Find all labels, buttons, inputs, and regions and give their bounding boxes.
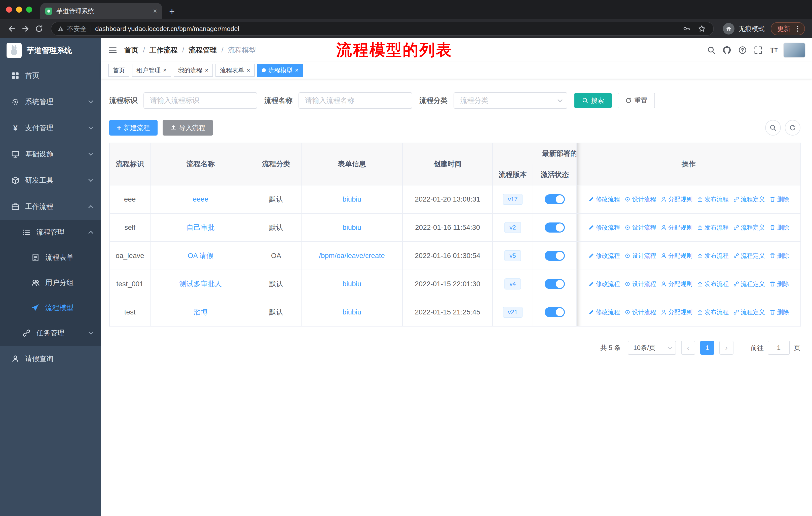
form-info-link[interactable]: biubiu bbox=[343, 308, 361, 316]
delete-link[interactable]: 删除 bbox=[770, 195, 789, 203]
form-info-link[interactable]: biubiu bbox=[343, 223, 361, 231]
category-select[interactable]: 流程分类 bbox=[454, 92, 567, 109]
page-size-select[interactable]: 10条/页 bbox=[628, 341, 676, 355]
maximize-window-button[interactable] bbox=[26, 6, 32, 12]
sidebar-item-user-group[interactable]: 用户分组 bbox=[0, 270, 101, 295]
sidebar-item-devtools[interactable]: 研发工具 bbox=[0, 167, 101, 193]
design-process-link[interactable]: 设计流程 bbox=[625, 195, 656, 203]
address-bar[interactable]: 不安全 dashboard.yudao.iocoder.cn/bpm/manag… bbox=[51, 22, 714, 36]
delete-link[interactable]: 删除 bbox=[770, 308, 789, 316]
prev-page-button[interactable]: ‹ bbox=[681, 341, 695, 355]
goto-page-input[interactable] bbox=[768, 341, 790, 355]
breadcrumb-item[interactable]: 首页 bbox=[124, 45, 139, 55]
assign-rule-link[interactable]: 分配规则 bbox=[661, 195, 692, 203]
toggle-search-button[interactable] bbox=[765, 120, 781, 136]
github-button[interactable] bbox=[721, 44, 733, 56]
font-size-button[interactable]: TT bbox=[768, 44, 780, 56]
browser-update-button[interactable]: 更新 bbox=[771, 22, 805, 35]
active-toggle[interactable] bbox=[545, 222, 565, 233]
process-definition-link[interactable]: 流程定义 bbox=[733, 223, 765, 232]
tag-process-form[interactable]: 流程表单× bbox=[215, 64, 255, 77]
search-button[interactable]: 搜索 bbox=[574, 93, 612, 108]
modify-process-link[interactable]: 修改流程 bbox=[588, 252, 620, 260]
create-process-button[interactable]: +新建流程 bbox=[109, 120, 157, 136]
security-indicator[interactable]: 不安全 bbox=[57, 24, 87, 33]
design-process-link[interactable]: 设计流程 bbox=[625, 223, 656, 232]
modify-process-link[interactable]: 修改流程 bbox=[588, 280, 620, 288]
active-toggle[interactable] bbox=[545, 279, 565, 289]
tab-close-icon[interactable]: × bbox=[153, 7, 157, 15]
sidebar-item-payment[interactable]: ¥支付管理 bbox=[0, 115, 101, 141]
modify-process-link[interactable]: 修改流程 bbox=[588, 223, 620, 232]
active-toggle[interactable] bbox=[545, 251, 565, 261]
sidebar-item-infrastructure[interactable]: 基础设施 bbox=[0, 141, 101, 167]
process-name-link[interactable]: OA 请假 bbox=[188, 252, 214, 260]
fullscreen-button[interactable] bbox=[752, 44, 764, 56]
tag-my-process[interactable]: 我的流程× bbox=[174, 64, 213, 77]
publish-process-link[interactable]: 发布流程 bbox=[697, 223, 729, 232]
import-process-button[interactable]: 导入流程 bbox=[163, 120, 213, 136]
page-number-button[interactable]: 1 bbox=[700, 341, 714, 355]
delete-link[interactable]: 删除 bbox=[770, 223, 789, 232]
delete-link[interactable]: 删除 bbox=[770, 280, 789, 288]
process-id-input[interactable] bbox=[143, 92, 257, 109]
forward-button[interactable] bbox=[19, 22, 32, 35]
sidebar-item-process-form[interactable]: 流程表单 bbox=[0, 245, 101, 270]
assign-rule-link[interactable]: 分配规则 bbox=[661, 223, 692, 232]
refresh-table-button[interactable] bbox=[785, 120, 801, 136]
next-page-button[interactable]: › bbox=[719, 341, 733, 355]
publish-process-link[interactable]: 发布流程 bbox=[697, 195, 729, 203]
active-toggle[interactable] bbox=[545, 307, 565, 317]
reset-button[interactable]: 重置 bbox=[618, 93, 655, 108]
tag-close-icon[interactable]: × bbox=[247, 67, 250, 73]
process-name-input[interactable] bbox=[298, 92, 412, 109]
sidebar-item-task-management[interactable]: 任务管理 bbox=[0, 321, 101, 346]
sidebar-item-system[interactable]: 系统管理 bbox=[0, 89, 101, 115]
sidebar-item-process-management[interactable]: 流程管理 bbox=[0, 220, 101, 245]
publish-process-link[interactable]: 发布流程 bbox=[697, 252, 729, 260]
assign-rule-link[interactable]: 分配规则 bbox=[661, 308, 692, 316]
breadcrumb-item[interactable]: 工作流程 bbox=[149, 45, 178, 55]
tag-tenant[interactable]: 租户管理× bbox=[132, 64, 171, 77]
publish-process-link[interactable]: 发布流程 bbox=[697, 308, 729, 316]
browser-menu-button[interactable] bbox=[794, 25, 802, 32]
process-name-link[interactable]: eeee bbox=[193, 195, 208, 203]
form-info-link[interactable]: biubiu bbox=[343, 195, 361, 203]
browser-tab[interactable]: 芋道管理系统 × bbox=[40, 3, 162, 19]
header-search-button[interactable] bbox=[705, 44, 717, 56]
design-process-link[interactable]: 设计流程 bbox=[625, 308, 656, 316]
form-info-link[interactable]: biubiu bbox=[343, 280, 361, 288]
back-button[interactable] bbox=[5, 22, 19, 35]
sidebar-item-home[interactable]: 首页 bbox=[0, 62, 101, 89]
tag-close-icon[interactable]: × bbox=[295, 67, 298, 73]
active-toggle[interactable] bbox=[545, 194, 565, 204]
help-button[interactable] bbox=[736, 44, 749, 56]
process-name-link[interactable]: 自己审批 bbox=[186, 223, 215, 231]
publish-process-link[interactable]: 发布流程 bbox=[697, 280, 729, 288]
bookmark-button[interactable] bbox=[696, 25, 707, 32]
close-window-button[interactable] bbox=[6, 6, 12, 12]
tag-close-icon[interactable]: × bbox=[163, 67, 167, 73]
sidebar-item-workflow[interactable]: 工作流程 bbox=[0, 193, 101, 220]
design-process-link[interactable]: 设计流程 bbox=[625, 280, 656, 288]
process-definition-link[interactable]: 流程定义 bbox=[733, 280, 765, 288]
new-tab-button[interactable]: + bbox=[169, 6, 175, 16]
process-definition-link[interactable]: 流程定义 bbox=[733, 195, 765, 203]
design-process-link[interactable]: 设计流程 bbox=[625, 252, 656, 260]
password-manager-button[interactable] bbox=[681, 25, 692, 32]
tag-process-model-active[interactable]: 流程模型× bbox=[257, 64, 303, 77]
modify-process-link[interactable]: 修改流程 bbox=[588, 308, 620, 316]
sidebar-toggle-button[interactable] bbox=[108, 46, 117, 55]
user-avatar[interactable] bbox=[783, 43, 806, 58]
process-name-link[interactable]: 测试多审批人 bbox=[179, 280, 222, 288]
sidebar-item-process-model[interactable]: 流程模型 bbox=[0, 295, 101, 321]
assign-rule-link[interactable]: 分配规则 bbox=[661, 252, 692, 260]
reload-button[interactable] bbox=[32, 22, 46, 35]
tag-close-icon[interactable]: × bbox=[205, 67, 208, 73]
form-info-link[interactable]: /bpm/oa/leave/create bbox=[319, 252, 385, 260]
process-definition-link[interactable]: 流程定义 bbox=[733, 252, 765, 260]
modify-process-link[interactable]: 修改流程 bbox=[588, 195, 620, 203]
sidebar-item-leave-query[interactable]: 请假查询 bbox=[0, 346, 101, 372]
process-name-link[interactable]: 滔博 bbox=[194, 308, 208, 316]
delete-link[interactable]: 删除 bbox=[770, 252, 789, 260]
